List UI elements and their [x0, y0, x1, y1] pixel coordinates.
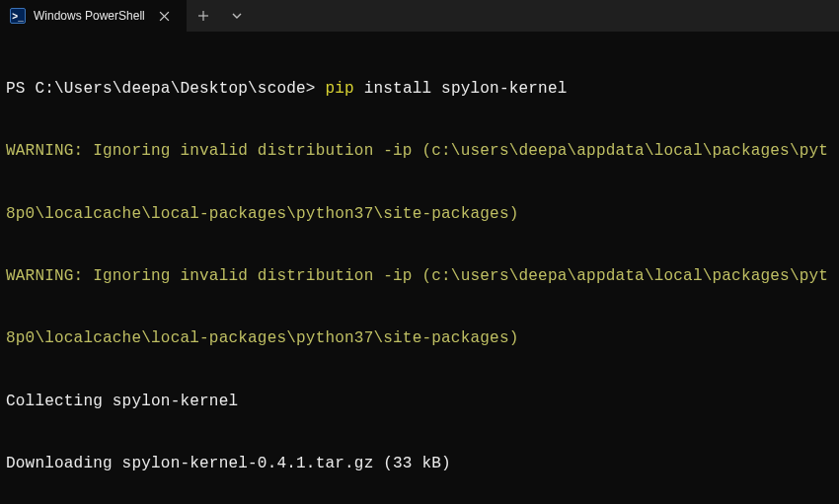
tab-title: Windows PowerShell	[34, 9, 145, 23]
close-icon	[159, 11, 170, 22]
warning-line: WARNING: Ignoring invalid distribution -…	[6, 266, 833, 287]
command-args: install spylon-kernel	[364, 80, 568, 98]
warning-line: WARNING: Ignoring invalid distribution -…	[6, 141, 833, 162]
output-line: Collecting spylon-kernel	[6, 392, 833, 412]
warning-line: 8p0\localcache\local-packages\python37\s…	[6, 328, 833, 349]
chevron-down-icon	[231, 10, 243, 22]
plus-icon	[197, 10, 209, 22]
powershell-icon: >_	[10, 8, 26, 24]
close-tab-button[interactable]	[153, 4, 177, 28]
new-tab-button[interactable]	[187, 0, 220, 32]
terminal-output[interactable]: PS C:\Users\deepa\Desktop\scode> pip ins…	[0, 32, 839, 504]
prompt-prefix: PS C:\Users\deepa\Desktop\scode>	[6, 80, 325, 98]
prompt-line: PS C:\Users\deepa\Desktop\scode> pip ins…	[6, 79, 833, 100]
tab-powershell[interactable]: >_ Windows PowerShell	[0, 0, 187, 32]
title-bar: >_ Windows PowerShell	[0, 0, 839, 32]
warning-line: 8p0\localcache\local-packages\python37\s…	[6, 204, 833, 225]
output-line: Downloading spylon-kernel-0.4.1.tar.gz (…	[6, 454, 833, 474]
command-name: pip	[325, 80, 363, 98]
tab-dropdown-button[interactable]	[220, 0, 254, 32]
